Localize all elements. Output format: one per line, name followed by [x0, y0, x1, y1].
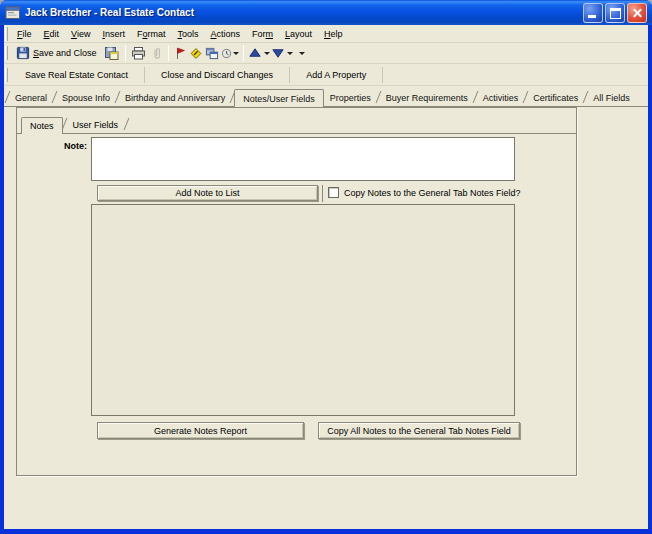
command-bar: Save Real Estate Contact Close and Disca… [4, 64, 648, 86]
menu-bar-grip[interactable] [5, 27, 8, 41]
menu-bar: File Edit View Insert Format Tools Actio… [4, 25, 648, 43]
toolbar-separator [168, 45, 169, 61]
save-icon [16, 46, 30, 60]
tab-general[interactable]: General [9, 91, 53, 106]
history-dropdown-icon [233, 52, 239, 55]
tab-certificates[interactable]: Certificates [527, 91, 584, 106]
notes-user-fields-panel: Notes User Fields Note: Add Note to List… [16, 107, 577, 476]
menu-tools[interactable]: Tools [171, 27, 204, 41]
menu-file[interactable]: File [11, 27, 38, 41]
contact-tab-strip: General Spouse Info Birthday and Anniver… [4, 86, 648, 107]
forms-icon[interactable] [204, 44, 220, 62]
save-and-close-button[interactable]: Save and Close [11, 44, 102, 62]
subtab-user-fields[interactable]: User Fields [66, 118, 126, 133]
minimize-icon[interactable] [583, 3, 603, 23]
command-bar-separator [382, 67, 383, 83]
tab-spouse-info[interactable]: Spouse Info [56, 91, 116, 106]
tab-notes-user-fields[interactable]: Notes/User Fields [234, 89, 324, 107]
flag-icon[interactable] [172, 44, 188, 62]
menu-layout[interactable]: Layout [279, 27, 318, 41]
next-item-dropdown-icon[interactable] [287, 52, 293, 55]
previous-item-dropdown-icon[interactable] [264, 52, 270, 55]
notes-sub-tab-strip: Notes User Fields [17, 115, 576, 134]
toolbar-separator [125, 45, 126, 61]
copy-all-notes-button[interactable]: Copy All Notes to the General Tab Notes … [318, 422, 520, 439]
previous-item-icon[interactable] [247, 44, 263, 62]
close-and-discard-changes-button[interactable]: Close and Discard Changes [147, 66, 287, 84]
menu-view[interactable]: View [65, 27, 96, 41]
tab-activities[interactable]: Activities [477, 91, 525, 106]
menu-form[interactable]: Form [246, 27, 279, 41]
maximize-icon[interactable] [605, 3, 625, 23]
window-title: Jack Bretcher - Real Estate Contact [25, 7, 194, 18]
history-icon[interactable] [220, 44, 240, 62]
toolbar-options-icon[interactable] [299, 52, 305, 55]
toolbar-grip[interactable] [5, 46, 8, 60]
form-window-icon[interactable] [5, 5, 21, 20]
close-icon[interactable] [627, 3, 647, 23]
notes-list[interactable] [91, 204, 515, 416]
command-bar-separator [144, 67, 145, 83]
command-bar-separator [289, 67, 290, 83]
toolbar-separator [243, 45, 244, 61]
save-form-icon[interactable] [102, 44, 122, 62]
client-area: File Edit View Insert Format Tools Actio… [4, 25, 648, 529]
command-bar-grip[interactable] [5, 68, 8, 82]
copy-notes-checkbox[interactable] [328, 187, 339, 198]
menu-help[interactable]: Help [318, 27, 349, 41]
copy-notes-checkbox-label: Copy Notes to the General Tab Notes Fiel… [344, 188, 520, 198]
next-item-icon[interactable] [270, 44, 286, 62]
menu-format[interactable]: Format [131, 27, 172, 41]
save-real-estate-contact-button[interactable]: Save Real Estate Contact [11, 66, 142, 84]
generate-notes-report-button[interactable]: Generate Notes Report [97, 422, 304, 439]
menu-insert[interactable]: Insert [96, 27, 131, 41]
toolbar: Save and Close [4, 43, 648, 64]
app-window: Jack Bretcher - Real Estate Contact File… [0, 0, 652, 534]
subtab-notes[interactable]: Notes [21, 117, 63, 134]
add-a-property-button[interactable]: Add A Property [292, 66, 380, 84]
tab-properties[interactable]: Properties [324, 91, 377, 106]
note-diamond-icon[interactable] [188, 44, 204, 62]
menu-actions[interactable]: Actions [204, 27, 246, 41]
tab-buyer-requirements[interactable]: Buyer Requirements [380, 91, 474, 106]
note-input[interactable] [91, 137, 515, 181]
menu-edit[interactable]: Edit [38, 27, 66, 41]
title-bar[interactable]: Jack Bretcher - Real Estate Contact [0, 0, 652, 25]
attach-icon[interactable] [149, 44, 165, 62]
print-icon[interactable] [129, 44, 149, 62]
tab-birthday-and-anniversary[interactable]: Birthday and Anniversary [119, 91, 231, 106]
save-and-close-label: Save and Close [33, 48, 97, 58]
add-note-to-list-button[interactable]: Add Note to List [97, 185, 318, 201]
note-label: Note: [35, 141, 87, 151]
row-divider [322, 185, 323, 202]
tab-all-fields[interactable]: All Fields [587, 91, 636, 106]
